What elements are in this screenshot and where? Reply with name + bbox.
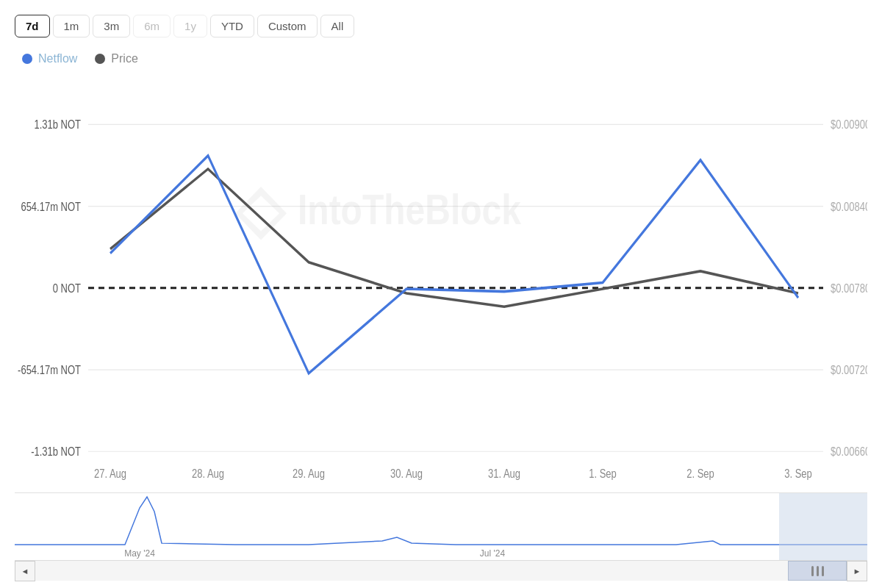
svg-text:31. Aug: 31. Aug — [488, 467, 520, 480]
price-dot — [95, 54, 105, 64]
time-btn-1m[interactable]: 1m — [53, 15, 90, 37]
chart-wrapper: 1.31b NOT 654.17m NOT 0 NOT -654.17m NOT… — [15, 80, 867, 581]
svg-text:30. Aug: 30. Aug — [390, 467, 423, 480]
svg-text:2. Sep: 2. Sep — [686, 467, 714, 480]
svg-rect-27 — [779, 493, 867, 561]
svg-text:28. Aug: 28. Aug — [192, 467, 224, 480]
time-btn-all[interactable]: All — [320, 15, 355, 37]
mini-chart: May '24 Jul '24 ◄ ► — [15, 492, 867, 581]
scroll-left-btn[interactable]: ◄ — [15, 561, 35, 581]
main-container: 7d 1m 3m 6m 1y YTD Custom All Netflow Pr… — [0, 0, 882, 588]
svg-text:1.31b NOT: 1.31b NOT — [34, 118, 81, 131]
legend-price: Price — [95, 52, 137, 65]
svg-text:1. Sep: 1. Sep — [589, 467, 617, 480]
svg-text:Jul '24: Jul '24 — [480, 548, 506, 559]
scroll-right-btn[interactable]: ► — [847, 561, 867, 581]
main-chart-svg: 1.31b NOT 654.17m NOT 0 NOT -654.17m NOT… — [15, 80, 867, 489]
time-btn-7d[interactable]: 7d — [15, 15, 50, 37]
svg-text:$0.009000: $0.009000 — [831, 118, 867, 131]
svg-text:$0.007200: $0.007200 — [831, 364, 867, 376]
netflow-dot — [22, 54, 32, 64]
time-btn-custom[interactable]: Custom — [257, 15, 318, 37]
handle-grip-1 — [811, 566, 814, 576]
svg-text:-654.17m NOT: -654.17m NOT — [18, 364, 81, 376]
handle-grip-3 — [822, 566, 824, 576]
svg-text:0 NOT: 0 NOT — [53, 282, 81, 295]
svg-text:IntoTheBlock: IntoTheBlock — [298, 186, 521, 233]
chart-legend: Netflow Price — [15, 52, 867, 65]
svg-text:$0.007800: $0.007800 — [831, 282, 867, 295]
svg-text:3. Sep: 3. Sep — [784, 467, 812, 480]
time-range-selector: 7d 1m 3m 6m 1y YTD Custom All — [15, 15, 867, 37]
svg-text:$0.008400: $0.008400 — [831, 201, 867, 213]
svg-text:-1.31b NOT: -1.31b NOT — [31, 445, 81, 458]
legend-netflow: Netflow — [22, 52, 77, 65]
handle-grip-2 — [817, 566, 819, 576]
mini-chart-controls: ◄ ► — [15, 560, 867, 581]
svg-text:$0.006600: $0.006600 — [831, 445, 867, 458]
time-btn-3m[interactable]: 3m — [93, 15, 130, 37]
svg-text:29. Aug: 29. Aug — [293, 467, 325, 480]
time-btn-ytd[interactable]: YTD — [210, 15, 254, 37]
netflow-label: Netflow — [38, 52, 77, 65]
svg-text:27. Aug: 27. Aug — [94, 467, 126, 480]
main-chart: 1.31b NOT 654.17m NOT 0 NOT -654.17m NOT… — [15, 80, 867, 489]
time-btn-1y: 1y — [173, 15, 207, 37]
scroll-handle[interactable] — [788, 561, 847, 581]
svg-text:May '24: May '24 — [124, 548, 155, 559]
mini-chart-svg: May '24 Jul '24 — [15, 493, 867, 561]
time-btn-6m: 6m — [133, 15, 171, 37]
svg-text:654.17m NOT: 654.17m NOT — [21, 201, 81, 213]
scroll-track[interactable] — [35, 561, 847, 581]
price-label: Price — [111, 52, 137, 65]
